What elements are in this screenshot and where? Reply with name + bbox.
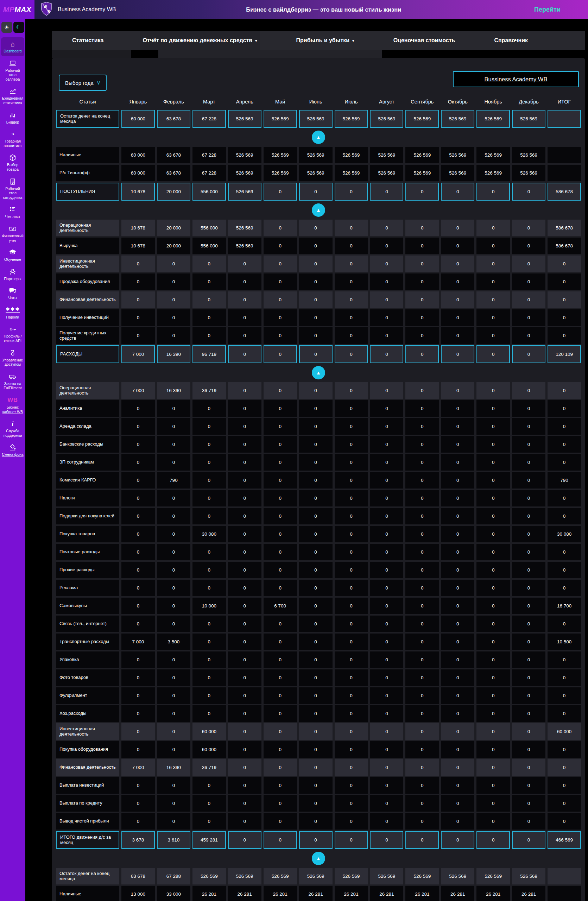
value-cell: 0	[193, 544, 226, 560]
value-cell: 0	[228, 345, 261, 363]
table-row: Финансовая деятельность7 00016 39036 719…	[56, 759, 581, 776]
value-cell: 0	[405, 256, 439, 272]
table-row: Операционная деятельность7 00016 39036 7…	[56, 382, 581, 399]
value-cell: 0	[299, 705, 333, 722]
sidebar-item-chats[interactable]: Чаты	[1, 284, 24, 303]
value-cell: 10 678	[121, 183, 155, 201]
tab-stats[interactable]: Статистика	[69, 31, 106, 50]
collapse-section-button[interactable]: ▲	[312, 203, 325, 217]
value-cell: 0	[548, 309, 581, 326]
collapse-section-button[interactable]: ▲	[312, 366, 325, 379]
value-cell: 0	[370, 238, 403, 254]
sidebar-item-employee-desk[interactable]: Рабочий стол сотрудника	[1, 175, 24, 203]
value-cell: 0	[476, 327, 510, 344]
sidebar-item-label: Финансовый учёт	[2, 234, 24, 243]
sidebar-item-api-keys[interactable]: Профиль / ключи API	[1, 323, 24, 346]
tab-reference[interactable]: Справочник	[491, 31, 530, 50]
value-cell: 0	[121, 490, 155, 507]
value-cell: 6 700	[264, 598, 297, 614]
value-cell: 0	[441, 687, 474, 704]
sidebar-item-partners[interactable]: Партнеры	[1, 265, 24, 284]
value-cell: 30 080	[548, 526, 581, 542]
tab-valuation[interactable]: Оценочная стоимость	[390, 31, 458, 50]
value-cell: 526 569	[228, 868, 261, 884]
value-cell: 0	[264, 327, 297, 344]
light-theme-button[interactable]: ☀	[2, 22, 12, 33]
sidebar-item-product-select[interactable]: Выбор товара	[1, 151, 24, 174]
value-cell: 526 569	[441, 110, 474, 128]
value-cell: 0	[334, 687, 368, 704]
value-cell: 0	[441, 327, 474, 344]
value-cell: 0	[405, 652, 439, 668]
value-cell: 0	[512, 705, 545, 722]
value-cell: 0	[441, 831, 474, 849]
table-row: Вывод чистой прибыли0000000000000	[56, 813, 581, 829]
sidebar-item-label: Обучение	[4, 257, 21, 262]
sidebar: ☀ ☾ ⌂DashboardРабочий стол селлераЕжедне…	[0, 19, 25, 901]
value-cell: 0	[441, 454, 474, 471]
value-cell: 0	[228, 687, 261, 704]
value-cell: 0	[264, 741, 297, 758]
value-cell: 0	[334, 795, 368, 812]
tab-label: Отчёт по движению денежных средств	[143, 37, 252, 44]
value-cell: 586 678	[548, 183, 581, 201]
sidebar-item-checklist[interactable]: Чек-лист	[1, 203, 24, 222]
sidebar-item-bidder[interactable]: Биддер	[1, 108, 24, 128]
value-cell: 0	[370, 183, 403, 201]
value-cell: 0	[334, 309, 368, 326]
value-cell: 0	[548, 669, 581, 686]
sidebar-item-dashboard[interactable]: ⌂Dashboard	[1, 37, 24, 56]
sidebar-item-seller-desk[interactable]: Рабочий стол селлера	[1, 57, 24, 84]
sidebar-item-fulfillment[interactable]: Заявка на FulFillment	[1, 370, 24, 393]
value-cell: 0	[512, 580, 545, 596]
value-cell: 526 569	[512, 110, 545, 128]
value-cell: 526 569	[334, 147, 368, 163]
sidebar-item-product-analytics[interactable]: ◔Товарная аналитика	[1, 128, 24, 151]
tab-cashflow[interactable]: Отчёт по движению денежных средств▾	[140, 31, 260, 50]
value-cell: 0	[441, 220, 474, 236]
value-cell: 0	[299, 238, 333, 254]
table-row: ПОСТУПЛЕНИЯ10 67820 000556 000526 569000…	[56, 183, 581, 201]
value-cell: 0	[476, 669, 510, 686]
value-cell: 0	[370, 292, 403, 308]
value-cell: 0	[370, 598, 403, 614]
value-cell: 0	[512, 616, 545, 632]
collapse-section-button[interactable]: ▲	[312, 852, 325, 865]
sidebar-item-access-control[interactable]: Управление доступом	[1, 346, 24, 369]
sidebar-item-support[interactable]: iСлужба поддержки	[1, 417, 24, 440]
sidebar-item-daily-stats[interactable]: Ежедневная статистика	[1, 84, 24, 108]
banner-go-link[interactable]: Перейти	[534, 6, 560, 13]
value-cell: 0	[512, 508, 545, 524]
value-cell: 0	[264, 490, 297, 507]
value-cell: 0	[299, 454, 333, 471]
value-cell: 0	[264, 562, 297, 578]
value-cell: 0	[405, 400, 439, 417]
table-row: Подарки для покупателей0000000000000	[56, 508, 581, 524]
academy-account-button[interactable]: Bussiness Academy WB	[453, 71, 579, 87]
sidebar-item-education[interactable]: Обучение	[1, 246, 24, 265]
value-cell: 0	[228, 831, 261, 849]
column-header: Октябрь	[441, 96, 474, 108]
sidebar-item-finance[interactable]: Финансовый учёт	[1, 222, 24, 245]
section-divider: ▲	[56, 365, 581, 381]
value-cell: 0	[299, 544, 333, 560]
sidebar-item-background[interactable]: Смена фона	[1, 441, 24, 460]
main-area: СтатистикаОтчёт по движению денежных сре…	[25, 19, 588, 901]
tab-pnl[interactable]: Прибыль и убытки▾	[294, 31, 357, 50]
table-row: Комиссия КАРГО07900000000000790	[56, 472, 581, 488]
value-cell: 0	[512, 238, 545, 254]
row-label: Фулфилмент	[56, 687, 119, 704]
table-row: Наличные13 00033 00026 28126 28126 28126…	[56, 886, 581, 901]
value-cell: 0	[334, 705, 368, 722]
value-cell: 0	[548, 616, 581, 632]
value-cell: 0	[157, 813, 190, 829]
value-cell: 0	[548, 580, 581, 596]
dark-theme-button[interactable]: ☾	[13, 22, 24, 33]
year-select-button[interactable]: Выбор года ∨	[59, 75, 107, 91]
table-row: Наличные60 00063 67867 228526 569526 569…	[56, 147, 581, 163]
value-cell: 0	[228, 436, 261, 453]
value-cell: 0	[299, 526, 333, 542]
sidebar-item-wb-cabinet[interactable]: WBБизнес кабинет WB	[1, 393, 24, 417]
collapse-section-button[interactable]: ▲	[312, 131, 325, 144]
sidebar-item-passwords[interactable]: ∗∗∗Пароли	[1, 303, 24, 323]
